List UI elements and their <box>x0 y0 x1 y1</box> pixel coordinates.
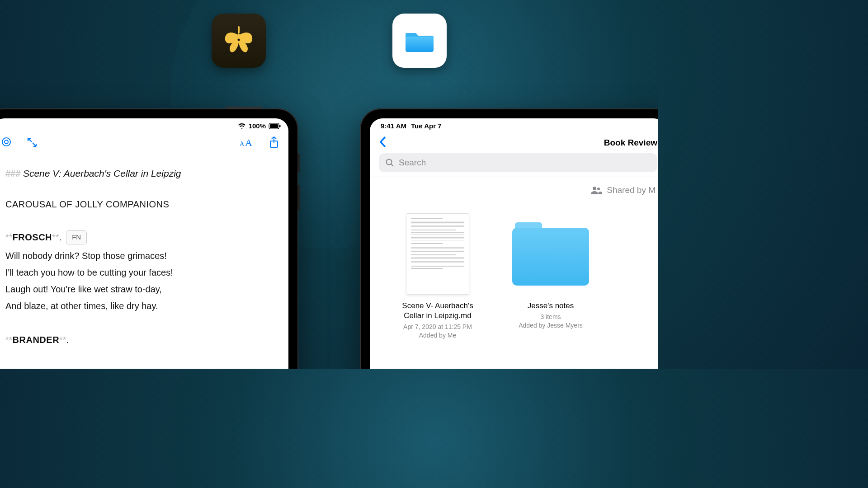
people-icon <box>590 186 602 194</box>
status-date: Tue Apr 7 <box>411 122 442 130</box>
verse-line: Laugh out! You're like wet straw to-day, <box>5 282 275 297</box>
status-bar: 9:41 AM Tue Apr 7 <box>370 118 658 131</box>
document-thumbnail <box>406 213 469 295</box>
ipad-left: 100% AA ### <box>0 108 298 369</box>
svg-rect-0 <box>238 26 240 33</box>
verse-line: Will nobody drink? Stop those grimaces! <box>5 249 275 263</box>
bold-marker: ** <box>52 232 59 242</box>
svg-text:A: A <box>245 137 252 148</box>
status-bar: 100% <box>0 118 288 131</box>
svg-point-2 <box>238 39 240 41</box>
svg-rect-4 <box>270 124 278 128</box>
file-meta-line: Added by Jesse Myers <box>510 321 591 330</box>
butterfly-icon <box>221 23 257 59</box>
files-screen: 9:41 AM Tue Apr 7 Book Review Search Sha… <box>370 118 658 369</box>
footnote-chip[interactable]: FN <box>66 230 87 244</box>
speaker-name: FROSCH <box>13 232 52 242</box>
expand-icon[interactable] <box>26 136 38 150</box>
folder-thumbnail <box>512 222 589 286</box>
bold-marker: ** <box>5 335 13 345</box>
ipad-right: 9:41 AM Tue Apr 7 Book Review Search Sha… <box>360 108 658 369</box>
files-grid: Scene V- Auerbach's Cellar in Leipzig.md… <box>370 200 658 353</box>
file-name-line: Scene V- Auerbach's <box>397 301 478 311</box>
search-icon <box>385 158 394 167</box>
status-time: 9:41 AM <box>381 122 406 130</box>
text-size-icon[interactable]: AA <box>240 137 255 150</box>
files-app-icon <box>392 14 447 68</box>
wifi-icon <box>238 123 246 129</box>
shared-by-label: Shared by M <box>607 185 656 195</box>
bold-marker: ** <box>5 232 13 242</box>
file-meta-line: Added by Me <box>397 331 478 340</box>
file-name-line: Cellar in Leipzig.md <box>397 311 478 321</box>
search-icon[interactable] <box>1 136 13 150</box>
battery-icon <box>269 123 281 129</box>
svg-point-6 <box>2 138 10 146</box>
editor-toolbar: AA <box>0 131 288 157</box>
verse-block: Will nobody drink? Stop those grimaces! … <box>5 249 275 314</box>
page-title: Book Review <box>604 138 657 148</box>
folder-icon <box>402 23 437 58</box>
shared-by-row[interactable]: Shared by M <box>370 177 658 200</box>
file-meta-line: Apr 7, 2020 at 11:25 PM <box>397 323 478 331</box>
device-side-button <box>297 185 300 211</box>
device-top-button <box>226 107 262 109</box>
ulysses-screen: 100% AA ### <box>0 118 288 369</box>
svg-rect-5 <box>279 125 281 127</box>
battery-percent: 100% <box>249 122 266 130</box>
ulysses-app-icon <box>212 14 266 68</box>
svg-text:A: A <box>240 141 245 147</box>
back-button[interactable] <box>379 136 387 150</box>
svg-point-7 <box>5 140 8 144</box>
period: . <box>66 335 69 345</box>
file-item-document[interactable]: Scene V- Auerbach's Cellar in Leipzig.md… <box>397 213 478 340</box>
svg-point-12 <box>593 187 596 190</box>
file-meta-line: 3 items <box>510 313 591 321</box>
period: . <box>59 232 62 242</box>
files-nav-bar: Book Review <box>370 131 658 153</box>
file-name-line: Jesse's notes <box>510 301 591 311</box>
editor-content[interactable]: ### Scene V: Auerbach's Cellar in Leipzi… <box>0 157 288 357</box>
scene-subtitle: CAROUSAL OF JOLLY COMPANIONS <box>5 197 275 212</box>
file-item-folder[interactable]: Jesse's notes 3 items Added by Jesse Mye… <box>510 213 591 340</box>
svg-point-13 <box>597 188 600 190</box>
verse-line: And blaze, at other times, like dry hay. <box>5 299 275 314</box>
share-icon[interactable] <box>269 136 279 150</box>
markdown-heading-prefix: ### <box>5 169 20 178</box>
scene-heading: Scene V: Auerbach's Cellar in Leipzig <box>23 168 181 178</box>
speaker-name: BRANDER <box>13 335 60 345</box>
search-placeholder: Search <box>399 158 426 168</box>
verse-line: I'll teach you how to be cutting your fa… <box>5 265 275 280</box>
search-input[interactable]: Search <box>379 153 657 172</box>
bold-marker: ** <box>59 335 66 345</box>
svg-point-11 <box>387 160 392 165</box>
device-side-button <box>297 154 300 172</box>
app-icons-row <box>212 14 447 68</box>
